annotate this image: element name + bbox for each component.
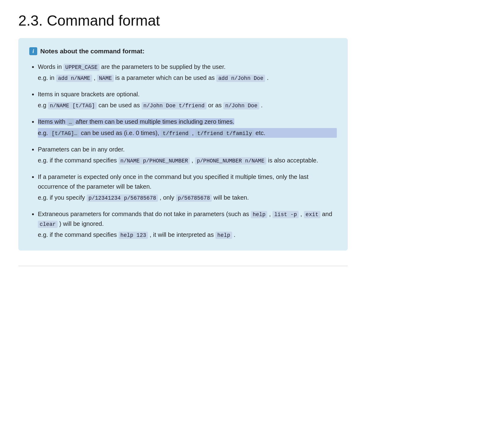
code-help-2: help — [215, 232, 232, 239]
item4-example: e.g. if the command specifies n/NAME p/P… — [38, 155, 337, 165]
note-header: i Notes about the command format: — [29, 47, 337, 55]
note-box-title: Notes about the command format: — [40, 48, 145, 55]
code-add-name: add n/NAME — [56, 75, 92, 82]
item2-example: e.g n/NAME [t/TAG] can be used as n/John… — [38, 100, 337, 110]
code-name-phone: n/NAME p/PHONE_NUMBER — [119, 157, 190, 165]
item3-example: e.g. [t/TAG]… can be used as (i.e. 0 tim… — [38, 128, 337, 138]
code-add-john-doe: add n/John Doe — [216, 75, 265, 82]
code-john-doe-2: n/John Doe — [223, 102, 259, 109]
code-name-tag: n/NAME [t/TAG] — [48, 102, 97, 109]
code-tag-ellipsis: [t/TAG]… — [50, 130, 79, 137]
list-item: Extraneous parameters for commands that … — [38, 209, 337, 240]
note-list: Words in UPPER_CASE are the parameters t… — [29, 62, 337, 240]
item5-text: If a parameter is expected only once in … — [38, 173, 308, 190]
code-help: help — [251, 211, 267, 218]
list-item: If a parameter is expected only once in … — [38, 172, 337, 202]
item1-text: Words in UPPER_CASE are the parameters t… — [38, 63, 225, 70]
code-john-friend: n/John Doe t/friend — [142, 102, 207, 109]
list-item: Items with … after them can be used mult… — [38, 117, 337, 137]
item1-example: e.g. in add n/NAME , NAME is a parameter… — [38, 73, 337, 83]
code-clear: clear — [38, 221, 58, 228]
item6-text: Extraneous parameters for commands that … — [38, 211, 332, 227]
item5-example: e.g. if you specify p/12341234 p/5678567… — [38, 193, 337, 202]
code-name: NAME — [97, 75, 113, 82]
list-item: Items in square brackets are optional. e… — [38, 89, 337, 110]
list-item: Parameters can be in any order. e.g. if … — [38, 144, 337, 165]
page-title: 2.3. Command format — [18, 12, 348, 29]
code-exit: exit — [304, 211, 320, 218]
code-t-friend: t/friend — [161, 130, 190, 137]
code-p-56785678: p/56785678 — [176, 194, 212, 202]
info-icon: i — [29, 47, 37, 55]
code-phone-name: p/PHONE_NUMBER n/NAME — [195, 157, 266, 165]
code-list-p: list -p — [272, 211, 299, 218]
code-help-123: help 123 — [119, 232, 148, 239]
code-p-12341234: p/12341234 p/56785678 — [87, 194, 158, 202]
note-box: i Notes about the command format: Words … — [18, 38, 348, 251]
item4-text: Parameters can be in any order. — [38, 146, 125, 153]
list-item: Words in UPPER_CASE are the parameters t… — [38, 62, 337, 83]
divider — [18, 266, 348, 266]
code-ellipsis: … — [67, 119, 74, 126]
item2-text: Items in square brackets are optional. — [38, 91, 140, 98]
item3-text: Items with … after them can be used mult… — [38, 118, 234, 125]
code-upper-case: UPPER_CASE — [63, 64, 99, 71]
item6-example: e.g. if the command specifies help 123 ,… — [38, 230, 337, 240]
code-t-friend-family: t/friend t/family — [195, 130, 254, 137]
